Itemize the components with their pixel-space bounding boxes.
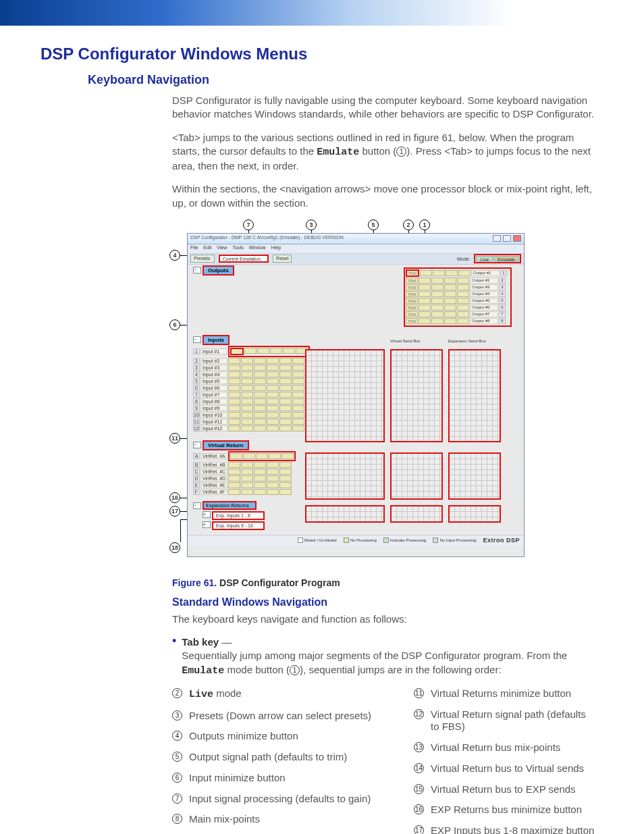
proc-cell[interactable] [419, 311, 431, 317]
trim-cell[interactable]: TRIM [406, 311, 418, 317]
proc-cell[interactable] [267, 378, 279, 384]
proc-cell[interactable] [431, 305, 444, 311]
proc-cell[interactable] [267, 371, 279, 377]
maximize-icon[interactable] [503, 235, 511, 242]
proc-cell[interactable] [267, 469, 279, 475]
proc-cell[interactable] [431, 311, 444, 317]
proc-cell[interactable] [228, 365, 240, 371]
proc-cell[interactable] [241, 412, 253, 418]
proc-cell[interactable] [446, 270, 458, 276]
trim-cell[interactable]: TRIM [406, 318, 418, 324]
trim-cell[interactable]: TRIM [406, 305, 418, 311]
proc-cell[interactable] [254, 371, 266, 377]
proc-cell[interactable] [228, 482, 240, 488]
proc-cell[interactable] [433, 270, 445, 276]
proc-cell[interactable] [228, 398, 240, 405]
proc-cell[interactable] [457, 291, 469, 297]
proc-cell[interactable] [241, 425, 253, 432]
trim-cell[interactable]: TRIM [406, 278, 418, 284]
proc-cell[interactable] [254, 482, 266, 488]
proc-cell[interactable] [292, 405, 304, 411]
proc-cell[interactable] [283, 348, 295, 354]
exp-9-16-maximize-button[interactable]: + [203, 521, 211, 528]
proc-cell[interactable] [431, 318, 444, 324]
proc-cell[interactable] [279, 385, 292, 391]
proc-cell[interactable] [457, 305, 469, 311]
proc-cell[interactable] [458, 270, 471, 276]
proc-cell[interactable] [254, 425, 266, 432]
proc-cell[interactable] [241, 398, 253, 405]
proc-cell[interactable] [241, 462, 253, 468]
proc-cell[interactable] [243, 453, 255, 459]
proc-cell[interactable] [292, 398, 304, 405]
proc-cell[interactable] [254, 398, 266, 405]
proc-cell[interactable] [228, 405, 240, 411]
exp-1-8-maximize-button[interactable]: + [203, 511, 211, 518]
proc-cell[interactable] [241, 469, 253, 475]
proc-cell[interactable] [292, 385, 304, 391]
menu-help[interactable]: Help [271, 245, 281, 253]
proc-cell[interactable] [281, 453, 294, 459]
proc-cell[interactable] [292, 378, 304, 384]
menu-edit[interactable]: Edit [203, 245, 211, 253]
menu-view[interactable]: View [217, 245, 227, 253]
proc-cell[interactable] [292, 358, 304, 364]
proc-cell[interactable] [279, 482, 292, 488]
proc-cell[interactable] [279, 371, 292, 377]
exp-returns-minimize-button[interactable]: − [193, 502, 201, 509]
vr-to-vsend-matrix[interactable] [390, 452, 443, 500]
proc-cell[interactable] [254, 385, 266, 391]
proc-cell[interactable] [292, 419, 304, 425]
exp-bus-mix-matrix[interactable] [305, 505, 385, 523]
exp-inputs-1-8[interactable]: Exp. Inputs 1 - 8 [212, 511, 265, 520]
proc-cell[interactable] [269, 453, 281, 459]
proc-cell[interactable] [254, 462, 266, 468]
reset-button[interactable]: Reset [273, 255, 292, 263]
proc-cell[interactable] [267, 425, 279, 432]
vr-bus-mix-matrix[interactable] [305, 452, 385, 500]
proc-cell[interactable] [270, 348, 282, 354]
proc-cell[interactable] [267, 398, 279, 405]
proc-cell[interactable] [241, 365, 253, 371]
presets-dropdown[interactable]: Current Emulation [219, 255, 269, 263]
virtual-send-matrix[interactable] [390, 349, 443, 442]
proc-cell[interactable] [457, 284, 469, 290]
proc-cell[interactable] [431, 284, 444, 290]
trim-cell[interactable]: TRIM [406, 269, 419, 277]
proc-cell[interactable] [241, 489, 253, 495]
exp-to-expsend-matrix[interactable] [448, 505, 501, 523]
proc-cell[interactable] [228, 462, 240, 468]
proc-cell[interactable] [230, 348, 244, 355]
proc-cell[interactable] [267, 489, 279, 495]
proc-cell[interactable] [279, 405, 292, 411]
expansion-send-matrix[interactable] [448, 349, 501, 442]
proc-cell[interactable] [419, 298, 431, 304]
proc-cell[interactable] [228, 475, 240, 481]
close-icon[interactable] [513, 235, 521, 242]
proc-cell[interactable] [241, 392, 253, 398]
proc-cell[interactable] [257, 348, 269, 354]
proc-cell[interactable] [254, 469, 266, 475]
proc-cell[interactable] [279, 475, 292, 481]
proc-cell[interactable] [457, 278, 469, 284]
proc-cell[interactable] [228, 385, 240, 391]
trim-cell[interactable]: TRIM [406, 284, 418, 290]
proc-cell[interactable] [444, 311, 456, 317]
proc-cell[interactable] [419, 305, 431, 311]
proc-cell[interactable] [267, 482, 279, 488]
proc-cell[interactable] [228, 392, 240, 398]
proc-cell[interactable] [254, 392, 266, 398]
proc-cell[interactable] [279, 489, 292, 495]
proc-cell[interactable] [279, 398, 292, 405]
proc-cell[interactable] [279, 419, 292, 425]
proc-cell[interactable] [241, 419, 253, 425]
proc-cell[interactable] [228, 378, 240, 384]
proc-cell[interactable] [254, 419, 266, 425]
proc-cell[interactable] [228, 419, 240, 425]
proc-cell[interactable] [457, 298, 469, 304]
live-button[interactable]: Live [476, 256, 493, 261]
proc-cell[interactable] [241, 405, 253, 411]
proc-cell[interactable] [457, 311, 469, 317]
proc-cell[interactable] [267, 475, 279, 481]
proc-cell[interactable] [267, 419, 279, 425]
